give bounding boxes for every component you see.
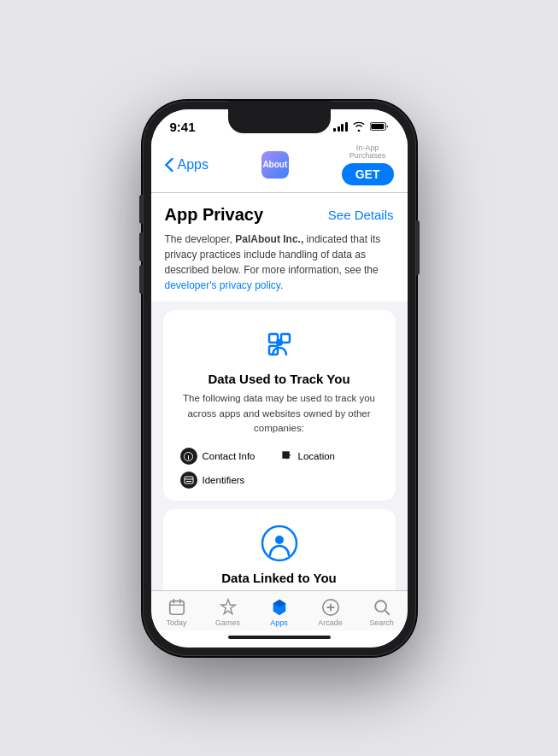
tab-arcade[interactable]: Arcade bbox=[305, 598, 356, 627]
back-button[interactable]: Apps bbox=[165, 157, 209, 173]
tab-search-label: Search bbox=[369, 618, 394, 627]
home-bar bbox=[228, 636, 331, 639]
track-items-grid: i Contact Info Location bbox=[177, 448, 382, 489]
app-icon-label: About bbox=[262, 160, 287, 169]
tab-arcade-label: Arcade bbox=[318, 618, 343, 627]
scroll-content[interactable]: App Privacy See Details The developer, P… bbox=[151, 193, 408, 589]
nav-right-actions: In-App Purchases GET bbox=[342, 144, 394, 186]
back-chevron-icon bbox=[165, 158, 173, 172]
app-icon-container: About bbox=[261, 151, 289, 179]
svg-point-12 bbox=[275, 536, 284, 544]
track-item-location-label: Location bbox=[298, 451, 335, 461]
svg-rect-8 bbox=[185, 477, 193, 483]
games-icon bbox=[219, 598, 238, 617]
tab-apps[interactable]: Apps bbox=[254, 598, 305, 627]
privacy-header: App Privacy See Details The developer, P… bbox=[151, 193, 408, 302]
track-you-card: Data Used to Track You The following dat… bbox=[163, 310, 396, 501]
phone-frame: 9:41 bbox=[143, 101, 416, 656]
track-item-location: Location bbox=[281, 448, 379, 465]
tab-apps-label: Apps bbox=[270, 618, 288, 627]
track-item-identifiers-label: Identifiers bbox=[203, 475, 245, 485]
linked-person-icon bbox=[261, 525, 298, 562]
privacy-policy-link[interactable]: developer's privacy policy bbox=[165, 279, 280, 291]
tab-today[interactable]: Today bbox=[151, 598, 203, 627]
apps-icon bbox=[270, 598, 289, 617]
get-button[interactable]: GET bbox=[342, 163, 394, 185]
contact-info-icon: i bbox=[180, 448, 197, 465]
privacy-description: The developer, PalAbout Inc., indicated … bbox=[165, 231, 394, 293]
status-time: 9:41 bbox=[170, 120, 196, 134]
linked-icon-wrap bbox=[177, 525, 382, 562]
track-card-title: Data Used to Track You bbox=[177, 372, 382, 386]
today-icon bbox=[167, 598, 186, 617]
tab-games-label: Games bbox=[215, 618, 240, 627]
svg-point-5 bbox=[276, 339, 283, 346]
tab-today-label: Today bbox=[166, 618, 186, 627]
battery-icon bbox=[370, 121, 389, 132]
svg-line-27 bbox=[385, 610, 389, 614]
search-icon bbox=[373, 598, 391, 617]
track-card-desc: The following data may be used to track … bbox=[177, 391, 382, 436]
privacy-cards: Data Used to Track You The following dat… bbox=[151, 302, 408, 589]
track-item-contact-label: Contact Info bbox=[203, 451, 256, 461]
signal-icon bbox=[333, 122, 348, 132]
svg-rect-1 bbox=[371, 124, 384, 129]
privacy-title-row: App Privacy See Details bbox=[165, 205, 394, 225]
in-app-purchases-label: In-App Purchases bbox=[349, 144, 386, 161]
notch bbox=[228, 101, 331, 125]
linked-to-you-card: Data Linked to You The following data ma… bbox=[163, 509, 396, 589]
home-indicator bbox=[151, 630, 408, 648]
privacy-title: App Privacy bbox=[165, 205, 264, 225]
location-icon bbox=[281, 450, 293, 462]
tracking-icon bbox=[261, 325, 298, 363]
tab-search[interactable]: Search bbox=[356, 598, 408, 627]
identifiers-icon bbox=[180, 472, 197, 489]
tab-games[interactable]: Games bbox=[203, 598, 254, 627]
svg-text:i: i bbox=[187, 453, 189, 460]
nav-bar: Apps About In-App Purchases GET bbox=[151, 138, 408, 194]
app-icon: About bbox=[261, 151, 289, 179]
arcade-icon bbox=[321, 598, 340, 617]
status-icons bbox=[333, 121, 389, 132]
svg-rect-21 bbox=[169, 601, 184, 614]
track-item-contact: i Contact Info bbox=[180, 448, 278, 465]
see-details-link[interactable]: See Details bbox=[328, 208, 394, 222]
tab-bar: Today Games Apps bbox=[151, 590, 408, 630]
wifi-icon bbox=[352, 121, 366, 132]
phone-screen: 9:41 bbox=[151, 109, 408, 648]
track-icon-wrap bbox=[177, 325, 382, 363]
back-label: Apps bbox=[178, 157, 209, 173]
track-item-identifiers: Identifiers bbox=[180, 472, 278, 489]
linked-card-title: Data Linked to You bbox=[177, 571, 382, 585]
